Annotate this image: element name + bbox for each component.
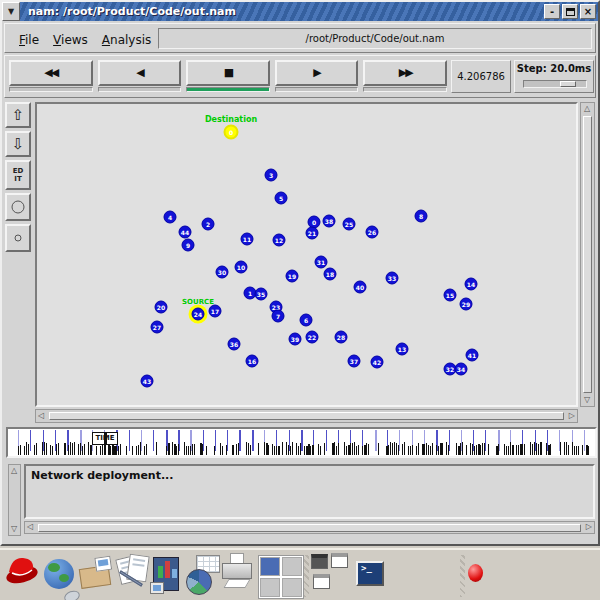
node-29[interactable]: 29 — [460, 298, 473, 311]
step-slider[interactable] — [523, 80, 587, 88]
rewind-button[interactable]: ◀◀ — [9, 60, 93, 95]
console-vertical-scrollbar[interactable]: △ ▽ — [8, 464, 21, 536]
node-20[interactable]: 20 — [155, 301, 168, 314]
presentation-icon[interactable] — [153, 553, 183, 598]
zoom-in-button[interactable]: ⇧ — [5, 102, 31, 128]
node-38[interactable]: 38 — [323, 215, 336, 228]
menu-views[interactable]: Views — [53, 33, 88, 47]
scroll-right-icon[interactable]: ▷ — [569, 411, 575, 421]
node-22[interactable]: 22 — [306, 331, 319, 344]
play-button[interactable]: ▶ — [275, 60, 359, 95]
window-menu-icon[interactable]: ▼ — [2, 2, 20, 21]
source-node[interactable]: 24 — [192, 308, 205, 321]
scroll-up-icon[interactable]: △ — [11, 466, 17, 476]
node-43[interactable]: 43 — [141, 375, 154, 388]
workspace-pager[interactable] — [258, 553, 304, 598]
window-task-icon[interactable] — [331, 553, 348, 568]
node-6[interactable]: 6 — [300, 314, 313, 327]
node-39[interactable]: 39 — [289, 333, 302, 346]
redhat-icon[interactable] — [4, 553, 40, 598]
fast-forward-button[interactable]: ▶▶ — [363, 60, 447, 95]
console-hscroll-thumb[interactable] — [38, 524, 581, 532]
node-33[interactable]: 33 — [386, 272, 399, 285]
task-list[interactable] — [311, 553, 353, 598]
zoom-out-icon: ⇩ — [7, 133, 29, 155]
node-35[interactable]: 35 — [255, 288, 268, 301]
network-canvas[interactable]: 3542449111202138252683118103019401352320… — [35, 102, 578, 407]
spreadsheet-icon[interactable] — [186, 553, 220, 598]
big-node-tool-button[interactable] — [5, 193, 31, 221]
canvas-vscroll-thumb[interactable] — [583, 116, 592, 393]
node-41[interactable]: 41 — [466, 349, 479, 362]
node-27[interactable]: 27 — [151, 321, 164, 334]
edit-button[interactable]: ED IT — [5, 160, 31, 190]
canvas-hscroll-thumb[interactable] — [49, 412, 564, 420]
node-25[interactable]: 25 — [343, 218, 356, 231]
workspace-3[interactable] — [260, 578, 280, 597]
step-slider-thumb[interactable] — [560, 81, 576, 87]
email-icon[interactable] — [80, 553, 114, 598]
scroll-up-icon[interactable]: △ — [584, 104, 590, 114]
canvas-horizontal-scrollbar[interactable]: ◁ ▷ — [35, 409, 578, 423]
scroll-left-icon[interactable]: ◁ — [27, 522, 33, 532]
window-task-icon[interactable] — [313, 574, 330, 589]
window-task-icon[interactable] — [311, 554, 328, 569]
node-18[interactable]: 18 — [324, 268, 337, 281]
node-4[interactable]: 4 — [164, 211, 177, 224]
workspace-4[interactable] — [282, 578, 302, 597]
destination-node[interactable]: 0 — [224, 125, 239, 140]
node-42[interactable]: 42 — [371, 356, 384, 369]
terminal-icon[interactable]: >_ — [356, 553, 386, 598]
web-browser-icon[interactable] — [44, 553, 78, 598]
node-40[interactable]: 40 — [354, 281, 367, 294]
node-12[interactable]: 12 — [273, 234, 286, 247]
console-horizontal-scrollbar[interactable]: ◁ ▷ — [24, 521, 595, 534]
step-back-button[interactable]: ◀ — [98, 60, 182, 95]
console-panel: △ ▽ Network deployment... ◁ ▷ — [6, 462, 597, 540]
node-37[interactable]: 37 — [348, 355, 361, 368]
time-slider-handle[interactable]: TIME — [92, 432, 118, 445]
node-26[interactable]: 26 — [366, 226, 379, 239]
time-slider[interactable]: TIME — [6, 427, 597, 458]
node-2[interactable]: 2 — [202, 218, 215, 231]
window-titlebar[interactable]: ▼ nam: /root/Product/Code/out.nam - × — [2, 2, 598, 21]
node-11[interactable]: 11 — [241, 233, 254, 246]
node-15[interactable]: 15 — [444, 289, 457, 302]
node-31[interactable]: 31 — [315, 256, 328, 269]
workspace-2[interactable] — [282, 557, 302, 576]
node-44[interactable]: 44 — [179, 226, 192, 239]
small-node-tool-button[interactable] — [5, 224, 31, 252]
scroll-right-icon[interactable]: ▷ — [586, 522, 592, 532]
node-19[interactable]: 19 — [286, 270, 299, 283]
menu-analysis[interactable]: Analysis — [102, 33, 151, 47]
node-34[interactable]: 34 — [455, 363, 468, 376]
maximize-button[interactable] — [562, 4, 578, 19]
node-28[interactable]: 28 — [335, 331, 348, 344]
scroll-down-icon[interactable]: ▽ — [584, 395, 590, 405]
menu-file[interactable]: File — [19, 33, 39, 47]
node-36[interactable]: 36 — [228, 338, 241, 351]
node-8[interactable]: 8 — [415, 210, 428, 223]
node-21[interactable]: 21 — [306, 227, 319, 240]
minimize-button[interactable]: - — [544, 4, 560, 19]
scroll-down-icon[interactable]: ▽ — [11, 524, 17, 534]
close-button[interactable]: × — [580, 4, 596, 19]
node-30[interactable]: 30 — [216, 266, 229, 279]
node-5[interactable]: 5 — [275, 192, 288, 205]
node-9[interactable]: 9 — [182, 239, 195, 252]
zoom-out-button[interactable]: ⇩ — [5, 131, 31, 157]
workspace-1[interactable] — [260, 557, 280, 576]
playback-controls: ◀◀◀■▶▶▶ 4.206786 Step: 20.0ms — [4, 55, 596, 98]
node-13[interactable]: 13 — [396, 343, 409, 356]
node-10[interactable]: 10 — [235, 261, 248, 274]
canvas-vertical-scrollbar[interactable]: △ ▽ — [580, 102, 595, 407]
printer-icon[interactable] — [222, 553, 254, 598]
node-17[interactable]: 17 — [209, 305, 222, 318]
node-3[interactable]: 3 — [265, 169, 278, 182]
word-processor-icon[interactable] — [116, 553, 150, 598]
node-7[interactable]: 7 — [272, 310, 285, 323]
node-14[interactable]: 14 — [465, 278, 478, 291]
scroll-left-icon[interactable]: ◁ — [38, 411, 44, 421]
node-16[interactable]: 16 — [246, 355, 259, 368]
stop-button[interactable]: ■ — [186, 60, 270, 95]
